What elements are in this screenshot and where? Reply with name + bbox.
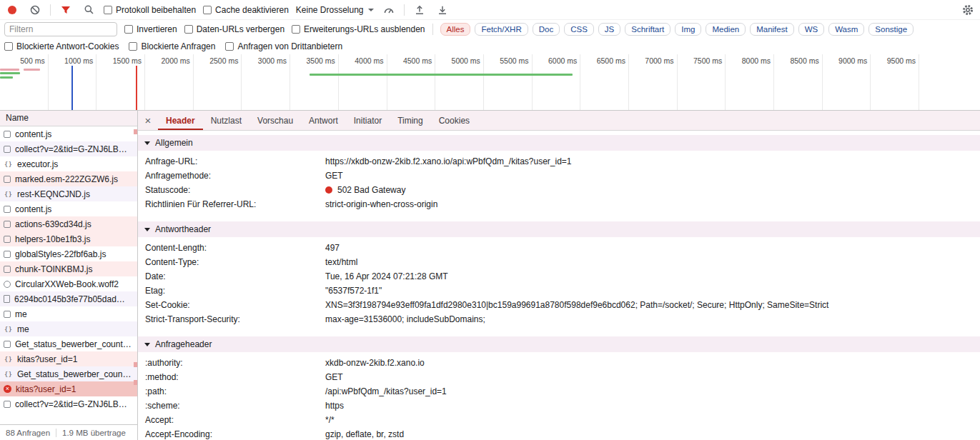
filter-chip-ws[interactable]: WS <box>798 23 825 36</box>
header-key: :scheme: <box>145 399 325 413</box>
doc-icon <box>4 295 10 303</box>
invert-filter-checkbox[interactable]: Invertieren <box>124 24 177 34</box>
timeline-tick-label: 9500 ms <box>887 56 916 65</box>
collapse-triangle-icon <box>144 343 150 346</box>
network-main: Name content.jscollect?v=2&tid=G-ZNJ6LB…… <box>0 111 980 440</box>
timeline-tick-label: 4000 ms <box>355 56 383 65</box>
tab-header[interactable]: Header <box>158 111 203 130</box>
settings-button[interactable] <box>960 2 976 18</box>
timeline-tick: 5000 ms <box>435 54 484 110</box>
request-row[interactable]: globalStyles-22fbf6ab.js <box>0 246 137 261</box>
request-row[interactable]: me <box>0 306 137 321</box>
record-button[interactable] <box>4 2 20 18</box>
section-body: Content-Length:497Content-Type:text/html… <box>138 237 980 336</box>
event-marker <box>136 66 137 110</box>
timeline-tick: 2500 ms <box>194 54 242 110</box>
column-header-name[interactable]: Name <box>0 111 137 126</box>
section-header[interactable]: Allgemein <box>138 135 980 151</box>
timeline-tick: 5500 ms <box>484 54 533 110</box>
timeline-tick: 3000 ms <box>242 54 290 110</box>
timeline-overview[interactable]: 500 ms1000 ms1500 ms2000 ms2500 ms3000 m… <box>0 54 980 111</box>
filter-chip-img[interactable]: Img <box>675 23 701 36</box>
throttling-select[interactable]: Keine Drosselung <box>296 5 374 15</box>
header-value: strict-origin-when-cross-origin <box>325 197 973 211</box>
request-row[interactable]: collect?v=2&tid=G-ZNJ6LB… <box>0 396 137 411</box>
request-row[interactable]: marked.esm-222ZGZW6.js <box>0 171 137 186</box>
network-toolbar: Protokoll beibehalten Cache deaktivieren… <box>0 0 980 20</box>
header-row: Richtlinien Für Referrer-URL:strict-orig… <box>138 197 980 211</box>
request-row[interactable]: content.js <box>0 201 137 216</box>
hide-extension-urls-checkbox[interactable]: Erweiterungs-URLs ausblenden <box>292 24 425 34</box>
header-key: :path: <box>145 384 325 399</box>
section-title: Anfrageheader <box>155 339 212 349</box>
request-row[interactable]: kitas?user_id=1 <box>0 381 137 396</box>
filter-chip-js[interactable]: JS <box>598 23 620 36</box>
request-row[interactable]: content.js <box>0 126 137 141</box>
blocked-requests-checkbox[interactable]: Blockierte Anfragen <box>129 41 215 51</box>
request-row[interactable]: 6294bc0145b3fe77b05dad… <box>0 291 137 306</box>
header-row: Accept-Encoding:gzip, deflate, br, zstd <box>138 427 980 440</box>
blocked-response-cookies-checkbox[interactable]: Blockierte Antwort-Cookies <box>4 41 119 51</box>
import-har-button[interactable] <box>412 2 427 18</box>
hide-data-urls-checkbox[interactable]: Daten-URLs verbergen <box>184 24 284 34</box>
timeline-tick: 1500 ms <box>96 54 145 110</box>
tab-cookies[interactable]: Cookies <box>431 111 477 130</box>
clear-button[interactable] <box>27 2 43 18</box>
request-name: Get_status_bewerber_count… <box>15 339 133 349</box>
tab-initiator[interactable]: Initiator <box>346 111 390 130</box>
close-icon: × <box>145 114 152 126</box>
tab-antwort[interactable]: Antwort <box>301 111 346 130</box>
request-row[interactable]: Get_status_bewerber_count… <box>0 366 137 381</box>
throttling-value: Keine Drosselung <box>296 5 364 15</box>
timeline-tick-label: 7000 ms <box>645 56 673 65</box>
request-row[interactable]: kitas?user_id=1 <box>0 351 137 366</box>
filter-chip-schriftart[interactable]: Schriftart <box>625 23 670 36</box>
header-key: Set-Cookie: <box>145 298 325 312</box>
status-dot-icon <box>325 186 332 194</box>
section-header[interactable]: Anfrageheader <box>138 336 980 352</box>
square-icon <box>4 131 11 138</box>
filter-chip-manifest[interactable]: Manifest <box>750 23 793 36</box>
third-party-requests-checkbox[interactable]: Anfragen von Drittanbietern <box>225 41 342 51</box>
request-name: rest-KEQNCJND.js <box>17 189 133 199</box>
filter-chip-sonstige[interactable]: Sonstige <box>868 23 914 36</box>
status-bar: 88 Anfragen 1.9 MB übertrage <box>0 424 137 440</box>
request-row[interactable]: Get_status_bewerber_count… <box>0 336 137 351</box>
request-row[interactable]: actions-639cd34d.js <box>0 216 137 231</box>
header-key: :method: <box>145 370 325 384</box>
filter-chip-doc[interactable]: Doc <box>533 23 560 36</box>
header-row: :path:/api:wPbfQdm_/kitas?user_id=1 <box>138 384 980 399</box>
disable-cache-checkbox[interactable]: Cache deaktivieren <box>203 5 289 15</box>
export-har-button[interactable] <box>435 2 450 18</box>
preserve-log-checkbox[interactable]: Protokoll beibehalten <box>104 5 196 15</box>
request-row[interactable]: rest-KEQNCJND.js <box>0 186 137 201</box>
request-row[interactable]: chunk-TOINKBMJ.js <box>0 261 137 276</box>
section-body: :authority:xkdb-onzw-2kib.f2.xano.io:met… <box>138 352 980 440</box>
request-row[interactable]: collect?v=2&tid=G-ZNJ6LB… <box>0 141 137 156</box>
close-details-button[interactable]: × <box>138 111 158 130</box>
tab-nutzlast[interactable]: Nutzlast <box>203 111 249 130</box>
request-row[interactable]: CircularXXWeb-Book.woff2 <box>0 276 137 291</box>
tab-vorschau[interactable]: Vorschau <box>249 111 301 130</box>
filter-toggle-button[interactable] <box>58 2 74 18</box>
header-value: XNS=3f3f198794e93eff09fa1dfd2980e310|bc1… <box>325 298 973 312</box>
tab-timing[interactable]: Timing <box>390 111 431 130</box>
network-conditions-icon <box>383 5 395 15</box>
request-row[interactable]: me <box>0 321 137 336</box>
checkbox-icon <box>225 42 234 51</box>
details-panel: × HeaderNutzlastVorschauAntwortInitiator… <box>138 111 980 440</box>
request-row[interactable]: executor.js <box>0 156 137 171</box>
network-conditions-button[interactable] <box>381 2 397 18</box>
filter-chip-wasm[interactable]: Wasm <box>828 23 864 36</box>
filter-chip-alles[interactable]: Alles <box>440 23 471 36</box>
clear-icon <box>29 4 41 16</box>
search-button[interactable] <box>81 2 96 18</box>
section-header[interactable]: Antwortheader <box>138 221 980 237</box>
request-row[interactable]: helpers-10be1fb3.js <box>0 231 137 246</box>
event-marker <box>71 66 73 110</box>
filter-chip-fetch-xhr[interactable]: Fetch/XHR <box>475 23 528 36</box>
filter-input[interactable] <box>4 22 117 36</box>
filter-chip-medien[interactable]: Medien <box>706 23 746 36</box>
timeline-tick: 9000 ms <box>823 54 871 110</box>
filter-chip-css[interactable]: CSS <box>564 23 594 36</box>
